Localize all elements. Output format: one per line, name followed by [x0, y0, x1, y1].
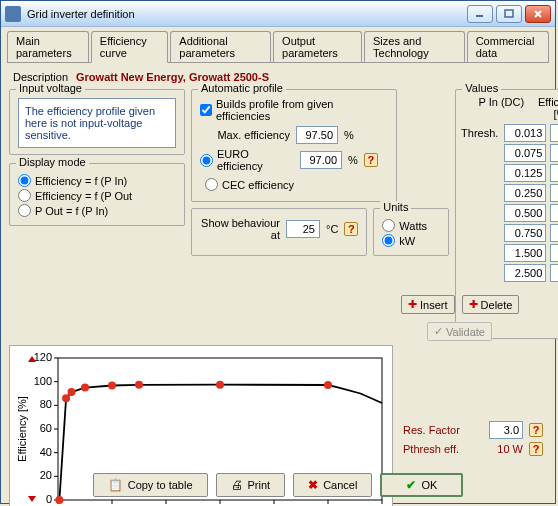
eff-input[interactable]: [550, 244, 558, 262]
radio-eff-pout[interactable]: Efficiency = f (P Out: [18, 189, 176, 202]
minimize-button[interactable]: [467, 5, 493, 23]
value-row: [462, 164, 558, 182]
svg-text:80: 80: [40, 398, 52, 410]
cancel-icon: ✖: [308, 478, 318, 492]
res-factor-input[interactable]: [489, 421, 523, 439]
svg-point-35: [55, 496, 63, 504]
group-automatic-profile: Automatic profile Builds profile from gi…: [191, 89, 397, 202]
eff-input[interactable]: [550, 144, 558, 162]
validate-button[interactable]: ✓Validate: [427, 322, 492, 341]
help-icon[interactable]: ?: [364, 153, 378, 167]
value-row: [462, 244, 558, 262]
tab-efficiency-curve[interactable]: Efficiency curve: [91, 31, 168, 63]
svg-point-42: [324, 381, 332, 389]
check-builds-profile[interactable]: Builds profile from given efficiencies: [200, 98, 388, 122]
pin-input[interactable]: [504, 164, 546, 182]
radio-watts[interactable]: Watts: [382, 219, 440, 232]
svg-text:60: 60: [40, 422, 52, 434]
value-row: Thresh.: [462, 124, 558, 142]
window-title: Grid inverter definition: [27, 8, 464, 20]
col-pin: P In (DC): [476, 96, 526, 120]
group-title: Units: [380, 201, 411, 213]
pin-input[interactable]: [504, 144, 546, 162]
value-row: [462, 224, 558, 242]
res-panel: Res. Factor ? Pthresh eff. 10 W ?: [403, 418, 543, 459]
show-behaviour-label: Show behaviour at: [200, 217, 280, 241]
eff-input[interactable]: [550, 264, 558, 282]
group-title: Automatic profile: [198, 82, 286, 94]
pin-input[interactable]: [504, 244, 546, 262]
res-factor-label: Res. Factor: [403, 424, 483, 436]
delete-button[interactable]: ✚Delete: [462, 295, 520, 314]
group-input-voltage: Input voltage The efficiency profile giv…: [9, 89, 185, 155]
values-buttons: ✚Insert ✚Delete ✓Validate: [399, 293, 543, 343]
footer-buttons: 📋Copy to table 🖨Print ✖Cancel ✔OK: [9, 473, 547, 497]
value-row: [462, 264, 558, 282]
copy-to-table-button[interactable]: 📋Copy to table: [93, 473, 208, 497]
eff-input[interactable]: [550, 164, 558, 182]
group-display-mode: Display mode Efficiency = f (P In) Effic…: [9, 163, 185, 226]
help-icon[interactable]: ?: [344, 222, 358, 236]
value-row: [462, 184, 558, 202]
tab-sizes-technology[interactable]: Sizes and Technology: [364, 31, 465, 62]
svg-point-37: [68, 388, 76, 396]
col-eff: Efficiency [%]: [530, 96, 558, 120]
eff-input[interactable]: [550, 124, 558, 142]
help-icon[interactable]: ?: [529, 423, 543, 437]
value-row: [462, 144, 558, 162]
pin-input[interactable]: [504, 184, 546, 202]
insert-button[interactable]: ✚Insert: [401, 295, 455, 314]
cancel-button[interactable]: ✖Cancel: [293, 473, 372, 497]
thresh-label: Thresh.: [461, 127, 498, 139]
titlebar: Grid inverter definition: [1, 1, 555, 27]
radio-kw[interactable]: kW: [382, 234, 440, 247]
svg-text:100: 100: [34, 375, 52, 387]
copy-icon: 📋: [108, 478, 123, 492]
tab-additional-parameters[interactable]: Additional parameters: [170, 31, 271, 62]
tab-strip: Main parameters Efficiency curve Additio…: [1, 27, 555, 62]
show-temp-input[interactable]: [286, 220, 320, 238]
max-eff-label: Max. efficiency: [200, 129, 290, 141]
euro-eff-input[interactable]: [300, 151, 342, 169]
tab-output-parameters[interactable]: Output parameters: [273, 31, 362, 62]
tab-main-parameters[interactable]: Main parameters: [7, 31, 89, 62]
close-button[interactable]: [525, 5, 551, 23]
print-icon: 🖨: [231, 478, 243, 492]
svg-text:40: 40: [40, 446, 52, 458]
value-row: [462, 204, 558, 222]
check-icon: ✔: [406, 478, 416, 492]
svg-point-36: [62, 394, 70, 402]
group-title: Values: [462, 82, 501, 94]
eff-input[interactable]: [550, 224, 558, 242]
eff-input[interactable]: [550, 184, 558, 202]
svg-point-38: [81, 384, 89, 392]
eff-input[interactable]: [550, 204, 558, 222]
print-button[interactable]: 🖨Print: [216, 473, 286, 497]
radio-euro-eff[interactable]: EURO efficiency: [200, 148, 294, 172]
pthresh-value: 10 W: [491, 443, 523, 455]
svg-text:120: 120: [34, 352, 52, 363]
pthresh-label: Pthresh eff.: [403, 443, 485, 455]
svg-point-41: [216, 381, 224, 389]
input-voltage-text: The efficiency profile given here is not…: [18, 98, 176, 148]
pin-input[interactable]: [504, 224, 546, 242]
ok-button[interactable]: ✔OK: [380, 473, 463, 497]
radio-pout-pin[interactable]: P Out = f (P In): [18, 204, 176, 217]
group-units: Units Watts kW: [373, 208, 449, 256]
pin-input[interactable]: [504, 124, 546, 142]
radio-eff-pin[interactable]: Efficiency = f (P In): [18, 174, 176, 187]
pin-input[interactable]: [504, 264, 546, 282]
radio-cec-eff[interactable]: CEC efficiency: [200, 178, 294, 191]
tab-commercial-data[interactable]: Commercial data: [467, 31, 549, 62]
pin-input[interactable]: [504, 204, 546, 222]
svg-rect-1: [505, 10, 513, 17]
window: Grid inverter definition Main parameters…: [0, 0, 556, 504]
svg-point-40: [135, 381, 143, 389]
max-eff-input[interactable]: [296, 126, 338, 144]
app-icon: [5, 6, 21, 22]
help-icon[interactable]: ?: [529, 442, 543, 456]
group-title: Input voltage: [16, 82, 85, 94]
maximize-button[interactable]: [496, 5, 522, 23]
svg-point-39: [108, 381, 116, 389]
group-show-behaviour: Show behaviour at °C ?: [191, 208, 367, 256]
